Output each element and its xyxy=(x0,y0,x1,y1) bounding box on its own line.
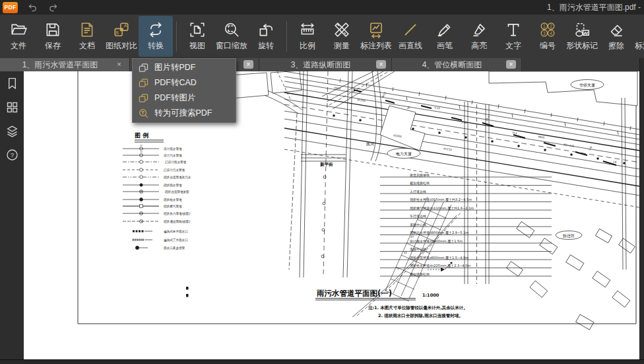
tool-drawing-compare[interactable]: 图纸对比 xyxy=(104,16,139,57)
tool-label: 高亮 xyxy=(471,40,487,52)
tool-number[interactable]: 编号 xyxy=(531,16,565,57)
tool-rotate[interactable]: 旋转 xyxy=(249,16,283,57)
pen-icon xyxy=(436,21,453,38)
tab-label: 4、管位横断面图 xyxy=(416,59,498,71)
menu-item-label: PDF转CAD xyxy=(154,77,197,89)
building-ellipse-label: 电力大厦 xyxy=(396,151,412,157)
undo-icon xyxy=(28,3,38,13)
tool-annotation-list[interactable]: 标注列表 xyxy=(359,16,393,57)
sidebar-thumbnails-button[interactable] xyxy=(5,100,19,114)
app-logo: PDF xyxy=(3,2,18,13)
menu-item-image-to-pdf[interactable]: 图片转PDF xyxy=(133,60,236,75)
scatter-label: K0+120 xyxy=(564,143,575,148)
legend-label: 现状热力管道(拆除) xyxy=(163,211,191,216)
measure-icon xyxy=(333,21,350,38)
sidebar-help-button[interactable] xyxy=(5,148,19,162)
document-tab-4[interactable]: 4、管位横断面图 × xyxy=(392,58,522,71)
scatter-label: 2.8 xyxy=(588,145,593,151)
vertical-scrollbar[interactable] xyxy=(639,58,644,364)
tab-close-button[interactable]: × xyxy=(506,60,516,69)
legend-label: 雨水口及连接管 xyxy=(164,246,185,250)
redo-button[interactable] xyxy=(48,2,59,13)
menu-item-pdf-to-cad[interactable]: PDF转CAD xyxy=(133,75,236,91)
scatter-label: d600 xyxy=(538,135,545,139)
legend-label: 现状合流管道改污水 xyxy=(163,175,191,180)
tab-label: 1、雨污水管道平面图 xyxy=(16,59,114,71)
sheet-note: 2. 现状雨水口全部拆除,雨水口连接管封堵。 xyxy=(378,313,463,318)
sidebar-bookmark-button[interactable] xyxy=(5,77,19,91)
scatter-label: 4 xyxy=(397,267,399,270)
document-tab-1[interactable]: 1、雨污水管道平面图 × xyxy=(0,58,130,71)
tab-close-button[interactable]: × xyxy=(243,60,253,69)
convert-menu: 图片转PDF PDF转CAD PDF转图片 转为可搜索PDF xyxy=(132,58,236,123)
thumbnails-icon xyxy=(5,100,19,114)
road-label: 现状污水管道d800mm,覆土2.9~5.1m xyxy=(410,231,468,235)
sheet-note: 注:1. 本图尺寸单位除管径以毫米计外,其余以米计。 xyxy=(368,305,468,310)
layers-icon xyxy=(5,124,19,138)
road-label: 车行道边线 xyxy=(410,214,426,219)
window-zoom-icon xyxy=(223,21,240,38)
document-tab-3[interactable]: 3、道路纵断面图 × xyxy=(259,58,392,71)
menu-item-label: 图片转PDF xyxy=(154,62,196,73)
legend-label: 已设计雨水管道 xyxy=(165,160,187,164)
tool-document[interactable]: 文档 xyxy=(70,16,104,57)
tool-draw-line[interactable]: 画直线 xyxy=(393,16,428,57)
tool-shape-mark[interactable]: 形状标记 xyxy=(565,16,599,57)
save-icon xyxy=(44,21,61,38)
tool-file[interactable]: 文件 xyxy=(1,16,36,57)
legend-label: 偏沟式单箅雨水口 xyxy=(163,229,188,234)
tool-label: 标注列表 xyxy=(360,40,392,52)
building-ellipse-label: 华侨大厦 xyxy=(579,83,595,88)
pdf-to-cad-icon xyxy=(139,78,148,88)
bookmark-icon xyxy=(5,77,19,91)
main-toolbar: 文件 保存 文档 图纸对比 转换 视图 窗口缩放 旋转 比例 测量 标注列表 画… xyxy=(0,15,644,58)
tab-close-button[interactable]: × xyxy=(114,60,124,69)
tool-window-zoom[interactable]: 窗口缩放 xyxy=(214,16,249,57)
menu-item-searchable-pdf[interactable]: 转为可搜索PDF xyxy=(133,106,236,121)
eraser-icon xyxy=(608,21,625,38)
tool-save[interactable]: 保存 xyxy=(36,16,70,57)
sidebar-layers-button[interactable] xyxy=(5,124,19,138)
road-label: 现状燃气管道dn110mm,覆土约1.6~2.1m xyxy=(410,206,474,211)
window-title: 1、雨污水管道平面图.pdf - xyxy=(547,2,641,13)
tool-label: 旋转 xyxy=(258,40,274,52)
drawing-canvas[interactable]: 图 例 设计雨水管道 设计污水管道 已设计雨水管道 已设计污水管道 现状合流管道… xyxy=(24,71,640,359)
tool-scale[interactable]: 比例 xyxy=(290,16,325,57)
redo-icon xyxy=(48,3,58,13)
road-label: 人行道边线 xyxy=(410,190,426,194)
tool-label: 测量 xyxy=(334,40,350,52)
tool-label: 窗口缩放 xyxy=(216,40,247,52)
scatter-label: 47 xyxy=(410,235,414,238)
menu-item-label: PDF转图片 xyxy=(154,92,196,104)
tool-label: 文件 xyxy=(11,40,26,52)
tool-label: 编号 xyxy=(540,40,556,52)
legend-label: 现状给水管道 xyxy=(163,198,182,202)
legend-label: 现状燃气管道 xyxy=(163,204,182,209)
tool-erase[interactable]: 擦除 xyxy=(599,16,633,57)
pipeline-plan-drawing: 图 例 设计雨水管道 设计污水管道 已设计雨水管道 已设计污水管道 现状合流管道… xyxy=(24,71,640,359)
road-label: 现状给水管道d315mm,覆土约3.2~4.5m xyxy=(410,198,472,202)
tool-text[interactable]: 文字 xyxy=(496,16,531,57)
tool-highlight[interactable]: 高亮 xyxy=(462,16,496,57)
legend-label: 现状通信管线(拆除) xyxy=(163,219,191,224)
tool-annotation-settings[interactable]: 标注设置 xyxy=(633,16,644,57)
scatter-label: J-6 xyxy=(612,160,617,164)
view-icon xyxy=(189,21,206,38)
menu-item-label: 转为可搜索PDF xyxy=(154,108,212,119)
toolbar-separator xyxy=(286,21,287,52)
tool-label: 标注设置 xyxy=(635,40,644,52)
toolbar-separator xyxy=(176,21,177,52)
tool-measure[interactable]: 测量 xyxy=(325,16,359,57)
tool-convert[interactable]: 转换 xyxy=(139,16,173,57)
menu-item-pdf-to-image[interactable]: PDF转图片 xyxy=(133,91,236,106)
text-icon xyxy=(505,21,522,38)
tool-pen[interactable]: 画笔 xyxy=(428,16,462,57)
convert-icon xyxy=(147,21,164,38)
scale-ruler-icon xyxy=(299,21,316,38)
tool-view[interactable]: 视图 xyxy=(180,16,214,57)
scatter-label: 4.25 xyxy=(434,106,441,110)
street-name-label: 新平街 xyxy=(320,162,333,167)
tab-close-button[interactable]: × xyxy=(376,60,386,69)
undo-button[interactable] xyxy=(27,2,38,13)
legend-label: 现状雨水管道 xyxy=(163,183,182,188)
